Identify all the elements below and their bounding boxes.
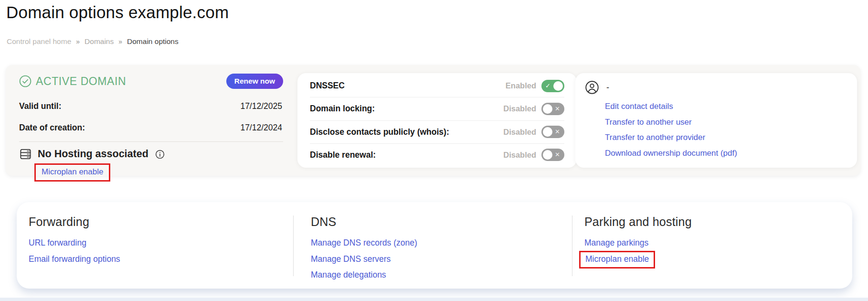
hosting-status-row: No Hosting associated (19, 148, 283, 161)
disclose-contacts-state: Disabled (503, 128, 536, 137)
owner-row: - (585, 80, 847, 95)
url-forwarding-link[interactable]: URL forwarding (29, 238, 86, 248)
transfer-to-provider-link[interactable]: Transfer to another provider (605, 133, 705, 142)
dns-links: Manage DNS records (zone) Manage DNS ser… (311, 235, 417, 283)
active-domain-status: ACTIVE DOMAIN (19, 75, 126, 88)
creation-date-row: Date of creation: 17/12/2024 (19, 123, 283, 133)
toggle-knob (543, 150, 552, 160)
manage-dns-servers-link[interactable]: Manage DNS servers (311, 254, 391, 264)
info-icon[interactable] (155, 150, 165, 159)
breadcrumb: Control panel home » Domains » Domain op… (7, 37, 179, 46)
management-panel: Forwarding URL forwarding Email forwardi… (17, 202, 852, 289)
toggle-knob (543, 127, 552, 137)
download-ownership-document-link[interactable]: Download ownership document (pdf) (605, 149, 737, 158)
manage-dns-records-link[interactable]: Manage DNS records (zone) (311, 238, 417, 248)
domain-locking-label: Domain locking: (310, 104, 375, 114)
disclose-contacts-label: Disclose contacts publicly (whois): (310, 127, 449, 137)
dns-section: DNS Manage DNS records (zone) Manage DNS… (311, 202, 417, 289)
check-mark-icon: ✓ (545, 82, 550, 89)
toggle-knob (553, 81, 563, 91)
forwarding-links: URL forwarding Email forwarding options (29, 235, 120, 267)
parking-hosting-section: Parking and hosting Manage parkings Micr… (584, 202, 692, 289)
creation-date-label: Date of creation: (19, 123, 85, 133)
dnssec-toggle[interactable]: ✓ (541, 80, 564, 92)
breadcrumb-separator: » (118, 38, 122, 45)
domain-summary-panel: ACTIVE DOMAIN Renew now Valid until: 17/… (6, 65, 860, 176)
disclose-contacts-toggle[interactable]: ✕ (541, 126, 564, 138)
domain-locking-toggle[interactable]: ✕ (541, 103, 564, 115)
disclose-contacts-row: Disclose contacts publicly (whois): Disa… (310, 121, 564, 144)
cross-mark-icon: ✕ (555, 105, 560, 112)
forwarding-heading: Forwarding (29, 215, 120, 229)
list-item: Transfer to another user (605, 115, 847, 130)
creation-date-value: 17/12/2024 (240, 123, 282, 133)
list-item: Email forwarding options (29, 251, 120, 268)
transfer-to-user-link[interactable]: Transfer to another user (605, 118, 692, 127)
page-bottom-strip (0, 298, 868, 301)
disable-renewal-label: Disable renewal: (310, 150, 376, 160)
page-title: Domain options example.com (6, 3, 229, 22)
divider (19, 141, 283, 142)
disable-renewal-state: Disabled (503, 150, 536, 160)
disable-renewal-toggle[interactable]: ✕ (541, 149, 564, 161)
list-item: Manage DNS records (zone) (311, 235, 417, 251)
disable-renewal-row: Disable renewal: Disabled ✕ (310, 144, 564, 166)
manage-delegations-link[interactable]: Manage delegations (311, 270, 386, 280)
list-item: Manage DNS servers (311, 251, 417, 268)
dns-heading: DNS (311, 215, 417, 229)
owner-name: - (606, 83, 609, 93)
domain-settings-card: DNSSEC Enabled ✓ Domain locking: Disable… (297, 73, 577, 168)
toggle-knob (543, 104, 552, 114)
parking-hosting-heading: Parking and hosting (584, 215, 692, 229)
domain-locking-state: Disabled (503, 104, 536, 113)
breadcrumb-domains[interactable]: Domains (85, 37, 114, 46)
valid-until-row: Valid until: 17/12/2025 (19, 101, 283, 111)
list-item: Download ownership document (pdf) (605, 146, 847, 161)
domain-options-page: Domain options example.com Control panel… (0, 0, 868, 301)
check-circle-icon (19, 75, 32, 87)
microplan-enable-link[interactable]: Microplan enable (585, 254, 649, 264)
cross-mark-icon: ✕ (555, 151, 560, 159)
list-item: Manage delegations (311, 267, 417, 283)
list-item: URL forwarding (29, 235, 120, 251)
domain-locking-row: Domain locking: Disabled ✕ (310, 97, 564, 120)
dnssec-row: DNSSEC Enabled ✓ (310, 75, 564, 97)
breadcrumb-control-panel-home[interactable]: Control panel home (7, 37, 71, 46)
forwarding-section: Forwarding URL forwarding Email forwardi… (29, 202, 120, 289)
breadcrumb-current-page: Domain options (127, 37, 179, 46)
cross-mark-icon: ✕ (555, 128, 560, 135)
dnssec-state: Enabled (506, 81, 536, 90)
microplan-enable-highlight: Microplan enable (34, 163, 110, 182)
edit-contact-details-link[interactable]: Edit contact details (605, 102, 673, 111)
parking-hosting-links: Manage parkings Microplan enable (584, 235, 692, 267)
domain-status-section: ACTIVE DOMAIN Renew now Valid until: 17/… (6, 65, 297, 176)
divider (572, 215, 572, 276)
list-item: Microplan enable (584, 251, 692, 268)
contact-card: - Edit contact details Transfer to anoth… (575, 73, 857, 168)
email-forwarding-options-link[interactable]: Email forwarding options (29, 254, 120, 264)
manage-parkings-link[interactable]: Manage parkings (584, 238, 648, 248)
list-item: Manage parkings (584, 235, 692, 251)
microplan-enable-highlight: Microplan enable (579, 251, 655, 269)
list-item: Transfer to another provider (605, 130, 847, 146)
renew-now-button[interactable]: Renew now (226, 74, 283, 89)
status-badge: ACTIVE DOMAIN (36, 75, 126, 88)
divider (293, 215, 294, 276)
breadcrumb-separator: » (76, 38, 80, 45)
server-icon (19, 148, 32, 161)
person-circle-icon (585, 80, 599, 95)
microplan-enable-link[interactable]: Microplan enable (42, 167, 103, 176)
list-item: Edit contact details (605, 99, 847, 115)
contact-links-list: Edit contact details Transfer to another… (605, 99, 847, 161)
no-hosting-label: No Hosting associated (38, 148, 148, 160)
valid-until-value: 17/12/2025 (240, 101, 282, 111)
valid-until-label: Valid until: (19, 101, 61, 111)
dnssec-label: DNSSEC (310, 81, 345, 91)
